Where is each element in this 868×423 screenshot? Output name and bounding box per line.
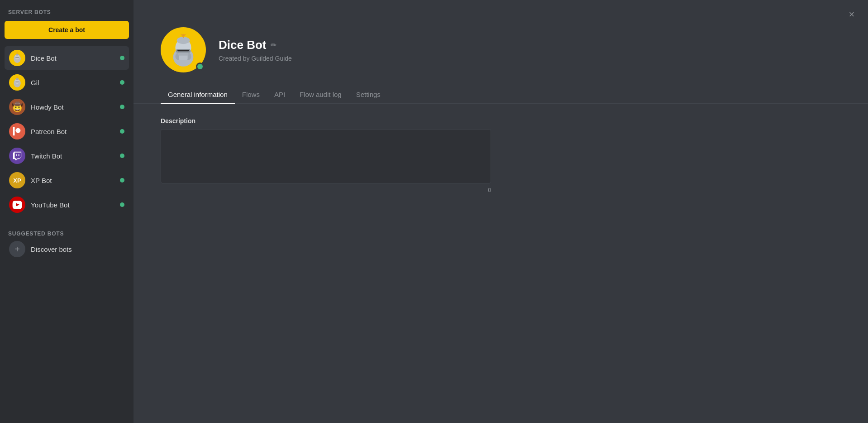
tabs-row: General information Flows API Flow audit…	[134, 86, 868, 104]
youtube-bot-online-indicator	[120, 202, 124, 207]
xp-bot-online-indicator	[120, 178, 124, 183]
sidebar-item-dice-bot[interactable]: Dice Bot	[5, 46, 129, 70]
char-count: 0	[161, 187, 491, 193]
svg-rect-14	[16, 154, 17, 156]
youtube-bot-name: YouTube Bot	[31, 201, 120, 209]
bot-title: Dice Bot	[219, 38, 266, 52]
gil-knight-icon	[11, 76, 24, 89]
svg-rect-15	[19, 154, 19, 156]
howdy-icon: 🤠	[12, 101, 23, 112]
bot-header-info: Dice Bot ✏ Created by Guilded Guide	[219, 38, 292, 62]
patreon-bot-name: Patreon Bot	[31, 128, 120, 135]
sidebar-item-twitch-bot[interactable]: Twitch Bot	[5, 144, 129, 168]
sidebar-item-patreon-bot[interactable]: Patreon Bot	[5, 120, 129, 143]
close-button[interactable]: ×	[844, 7, 859, 22]
youtube-bot-avatar	[9, 197, 25, 213]
plus-icon: +	[9, 241, 25, 257]
discover-bots-item[interactable]: + Discover bots	[5, 237, 129, 261]
twitch-bot-name: Twitch Bot	[31, 152, 120, 160]
svg-point-12	[15, 128, 20, 133]
bot-hero-avatar	[161, 27, 206, 72]
sidebar-item-youtube-bot[interactable]: YouTube Bot	[5, 193, 129, 216]
svg-rect-20	[177, 50, 189, 51]
gil-avatar	[9, 74, 25, 91]
gil-name: Gil	[31, 79, 120, 87]
patreon-bot-avatar	[9, 123, 25, 139]
bot-list: Dice Bot Gil 🤠 Howdy	[5, 46, 129, 216]
description-label: Description	[161, 117, 841, 125]
tab-settings[interactable]: Settings	[349, 86, 388, 104]
svg-point-11	[16, 76, 18, 77]
discover-bots-label: Discover bots	[31, 245, 124, 253]
sidebar-item-howdy-bot[interactable]: 🤠 Howdy Bot	[5, 95, 129, 119]
tab-api[interactable]: API	[267, 86, 292, 104]
howdy-bot-name: Howdy Bot	[31, 103, 120, 111]
xp-bot-name: XP Bot	[31, 177, 120, 184]
gil-online-indicator	[120, 80, 124, 85]
tab-content-general: Description 0	[134, 104, 868, 207]
description-textarea[interactable]	[161, 129, 491, 183]
howdy-bot-avatar: 🤠	[9, 99, 25, 115]
main-content: ×	[134, 0, 868, 423]
suggested-bots-section: Suggested bots + Discover bots	[5, 229, 129, 261]
dice-bot-avatar	[9, 50, 25, 66]
svg-rect-8	[16, 78, 19, 80]
bot-header: Dice Bot ✏ Created by Guilded Guide	[134, 0, 868, 86]
suggested-bots-title: Suggested bots	[5, 231, 67, 237]
hero-online-indicator	[196, 62, 204, 71]
xp-icon: XP	[13, 177, 21, 184]
svg-rect-13	[13, 127, 15, 135]
tab-general-information[interactable]: General information	[161, 86, 235, 104]
edit-icon[interactable]: ✏	[271, 41, 277, 49]
twitch-icon	[12, 151, 22, 161]
howdy-bot-online-indicator	[120, 105, 124, 109]
xp-bot-avatar: XP	[9, 172, 25, 188]
sidebar-item-gil[interactable]: Gil	[5, 71, 129, 94]
bot-title-row: Dice Bot ✏	[219, 38, 292, 52]
sidebar-section-title: Server bots	[5, 9, 129, 15]
twitch-bot-avatar	[9, 148, 25, 164]
dice-bot-online-indicator	[120, 56, 124, 60]
patreon-bot-online-indicator	[120, 129, 124, 134]
create-bot-button[interactable]: Create a bot	[5, 21, 129, 39]
svg-rect-3	[15, 57, 19, 58]
tab-flows[interactable]: Flows	[235, 86, 267, 104]
tab-flow-audit-log[interactable]: Flow audit log	[292, 86, 349, 104]
hero-knight-icon	[165, 32, 201, 68]
youtube-icon	[12, 200, 22, 210]
sidebar-item-xp-bot[interactable]: XP XP Bot	[5, 168, 129, 192]
twitch-bot-online-indicator	[120, 154, 124, 158]
dice-bot-name: Dice Bot	[31, 54, 120, 62]
svg-rect-9	[15, 82, 19, 82]
svg-rect-24	[178, 53, 188, 55]
patreon-icon	[12, 126, 22, 136]
svg-rect-2	[16, 54, 19, 56]
knight-icon	[11, 52, 24, 64]
svg-point-5	[16, 52, 18, 53]
bot-creator: Created by Guilded Guide	[219, 55, 292, 62]
sidebar: Server bots Create a bot Dice Bot	[0, 0, 134, 423]
